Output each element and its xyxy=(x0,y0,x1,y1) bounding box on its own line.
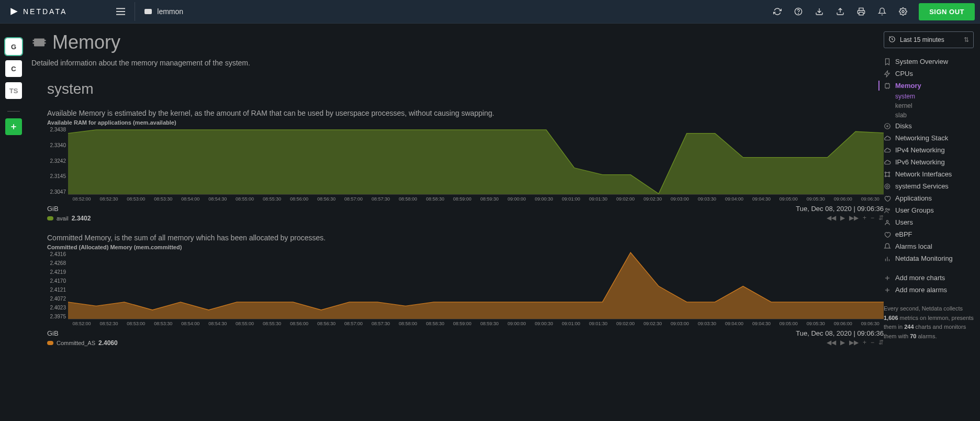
brand[interactable]: NETDATA xyxy=(9,7,67,16)
host-icon xyxy=(144,9,152,14)
zoom-out-icon[interactable]: − xyxy=(871,214,874,221)
timerange-label: Last 15 minutes xyxy=(900,36,944,43)
brand-text: NETDATA xyxy=(23,7,67,16)
sidenav-add-alarms[interactable]: Add more alarms xyxy=(884,285,974,295)
rewind-icon[interactable]: ◀◀ xyxy=(827,214,836,221)
net-icon xyxy=(884,171,891,178)
zoom-in-icon[interactable]: + xyxy=(863,214,866,221)
topbar: NETDATA lemmon SIGN OUT xyxy=(0,0,980,24)
sidenav-item-networking-stack[interactable]: Networking Stack xyxy=(884,133,974,143)
forward-icon[interactable]: ▶▶ xyxy=(849,214,859,221)
bolt-icon xyxy=(884,70,891,77)
sidenav-item-applications[interactable]: Applications xyxy=(884,193,974,203)
chart-controls: ◀◀▶▶▶+−⇵ xyxy=(827,214,884,221)
svg-point-30 xyxy=(886,185,888,187)
host-selector[interactable]: lemmon xyxy=(144,7,183,16)
workspace-ts[interactable]: TS xyxy=(5,82,22,99)
signout-button[interactable]: SIGN OUT xyxy=(919,3,975,20)
gear-icon[interactable] xyxy=(898,6,908,17)
sidenav-footer: Every second, Netdata collects 1,606 met… xyxy=(884,304,974,341)
add-workspace-button[interactable] xyxy=(5,118,22,135)
sidenav-item-disks[interactable]: Disks xyxy=(884,121,974,131)
legend-value: 2.3402 xyxy=(72,215,91,222)
sidenav-item-memory[interactable]: Memory xyxy=(878,81,974,91)
cloud-icon xyxy=(884,135,891,142)
right-sidebar: Last 15 minutes ⇅ System OverviewCPUsMem… xyxy=(884,31,974,341)
zoom-out-icon[interactable]: − xyxy=(871,339,874,346)
svg-rect-15 xyxy=(885,83,889,87)
xaxis: 08:52:0008:52:3008:53:0008:53:3008:54:00… xyxy=(68,196,884,202)
sidenav-item-ebpf[interactable]: eBPF xyxy=(884,229,974,239)
svg-rect-5 xyxy=(859,12,863,15)
svg-point-24 xyxy=(885,175,886,176)
clock-icon xyxy=(888,36,896,45)
forward-icon[interactable]: ▶▶ xyxy=(849,339,859,346)
page-description: Detailed information about the memory ma… xyxy=(31,59,884,67)
svg-rect-9 xyxy=(34,39,44,47)
workspace-g[interactable]: G xyxy=(5,38,22,55)
sidenav-item-system-overview[interactable]: System Overview xyxy=(884,57,974,67)
chart-legend: avail2.3402 xyxy=(47,215,91,222)
cloud-icon xyxy=(884,147,891,154)
memory-icon xyxy=(31,35,47,50)
svg-point-32 xyxy=(886,208,888,210)
svg-rect-11 xyxy=(33,42,35,44)
sidenav-item-ipv4-networking[interactable]: IPv4 Networking xyxy=(884,145,974,155)
chart-title: Available RAM for applications (mem.avai… xyxy=(47,119,884,126)
menu-button[interactable] xyxy=(116,2,135,21)
help-icon[interactable] xyxy=(793,6,804,17)
svg-rect-10 xyxy=(33,40,35,41)
legend-name: Committed_AS xyxy=(57,340,95,346)
resize-icon[interactable]: ⇵ xyxy=(878,339,884,346)
netdata-logo-icon xyxy=(9,7,19,16)
rewind-icon[interactable]: ◀◀ xyxy=(827,339,836,346)
svg-point-22 xyxy=(885,172,886,173)
sidenav-item-cpus[interactable]: CPUs xyxy=(884,69,974,79)
sidenav-add-charts[interactable]: Add more charts xyxy=(884,273,974,283)
user-icon xyxy=(884,219,891,226)
plus-icon xyxy=(884,274,891,282)
chart-desc: Committed Memory, is the sum of all memo… xyxy=(47,234,884,242)
section-title: system xyxy=(47,81,884,97)
download-icon[interactable] xyxy=(814,6,825,17)
chart-canvas[interactable]: 2.34382.33402.32422.31452.3047 xyxy=(47,127,884,195)
sidenav-item-users[interactable]: Users xyxy=(884,217,974,227)
legend-swatch xyxy=(47,216,53,220)
plus-icon xyxy=(884,286,891,294)
play-icon[interactable]: ▶ xyxy=(840,214,845,221)
svg-rect-13 xyxy=(44,42,46,44)
zoom-in-icon[interactable]: + xyxy=(863,339,866,346)
play-icon[interactable]: ▶ xyxy=(840,339,845,346)
svg-rect-12 xyxy=(44,40,46,41)
sidenav-item-user-groups[interactable]: User Groups xyxy=(884,205,974,215)
resize-icon[interactable]: ⇵ xyxy=(878,214,884,221)
main: Memory Detailed information about the me… xyxy=(26,24,980,421)
bell-icon[interactable] xyxy=(877,6,887,17)
sidenav-item-network-interfaces[interactable]: Network Interfaces xyxy=(884,169,974,179)
workspace-c[interactable]: C xyxy=(5,60,22,77)
sidenav-item-ipv6-networking[interactable]: IPv6 Networking xyxy=(884,157,974,167)
chart-timestamp: Tue, Dec 08, 2020 | 09:06:36 xyxy=(796,329,884,337)
sidenav-item-systemd-services[interactable]: systemd Services xyxy=(884,181,974,191)
chart-0: Available Memory is estimated by the ker… xyxy=(47,109,884,222)
chart-timestamp: Tue, Dec 08, 2020 | 09:06:36 xyxy=(796,205,884,213)
upload-icon[interactable] xyxy=(835,6,845,17)
sidenav-sub-system[interactable]: system xyxy=(895,93,974,100)
updown-icon: ⇅ xyxy=(964,36,969,43)
content: Memory Detailed information about the me… xyxy=(31,31,884,421)
svg-point-25 xyxy=(888,175,889,176)
print-icon[interactable] xyxy=(856,6,866,17)
yaxis: 2.34382.33402.32422.31452.3047 xyxy=(47,127,68,195)
sidenav-sub-slab[interactable]: slab xyxy=(895,112,974,119)
page-title-text: Memory xyxy=(52,31,120,53)
sidenav-item-alarms-local[interactable]: Alarms local xyxy=(884,241,974,251)
chart-desc: Available Memory is estimated by the ker… xyxy=(47,109,884,117)
timerange-picker[interactable]: Last 15 minutes ⇅ xyxy=(884,31,974,48)
disk-icon xyxy=(884,123,891,130)
legend-swatch xyxy=(47,341,53,345)
sidenav-sub-kernel[interactable]: kernel xyxy=(895,102,974,109)
refresh-icon[interactable] xyxy=(772,6,783,17)
workspace-divider xyxy=(7,111,20,112)
chart-canvas[interactable]: 2.43162.42682.42192.41702.41212.40722.40… xyxy=(47,251,884,319)
sidenav-item-netdata-monitoring[interactable]: Netdata Monitoring xyxy=(884,253,974,263)
